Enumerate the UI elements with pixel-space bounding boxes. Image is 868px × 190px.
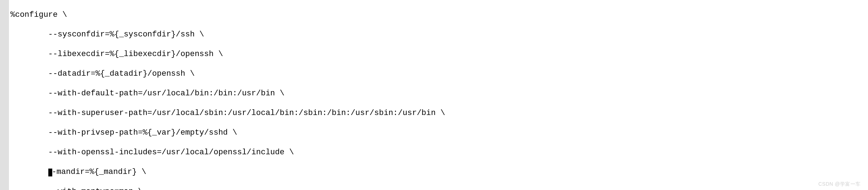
- code-line-with-cursor: -mandir=%{_mandir} \: [10, 167, 868, 177]
- code-line: %configure \: [10, 10, 868, 20]
- gutter-margin: [0, 0, 9, 190]
- watermark-text: CSDN @学富一车: [818, 181, 861, 188]
- code-line: --with-privsep-path=%{_var}/empty/sshd \: [10, 128, 868, 138]
- code-line: --with-default-path=/usr/local/bin:/bin:…: [10, 89, 868, 99]
- code-line: --sysconfdir=%{_sysconfdir}/ssh \: [10, 30, 868, 40]
- cursor-line-prefix: [10, 168, 48, 176]
- code-line: --with-superuser-path=/usr/local/sbin:/u…: [10, 108, 868, 118]
- cursor-line-suffix: -mandir=%{_mandir} \: [52, 168, 146, 176]
- code-editor[interactable]: %configure \ --sysconfdir=%{_sysconfdir}…: [9, 0, 868, 190]
- code-line: --datadir=%{_datadir}/openssh \: [10, 69, 868, 79]
- code-line: --libexecdir=%{_libexecdir}/openssh \: [10, 49, 868, 59]
- code-line: --with-mantype=man \: [10, 187, 868, 190]
- code-line: --with-openssl-includes=/usr/local/opens…: [10, 148, 868, 158]
